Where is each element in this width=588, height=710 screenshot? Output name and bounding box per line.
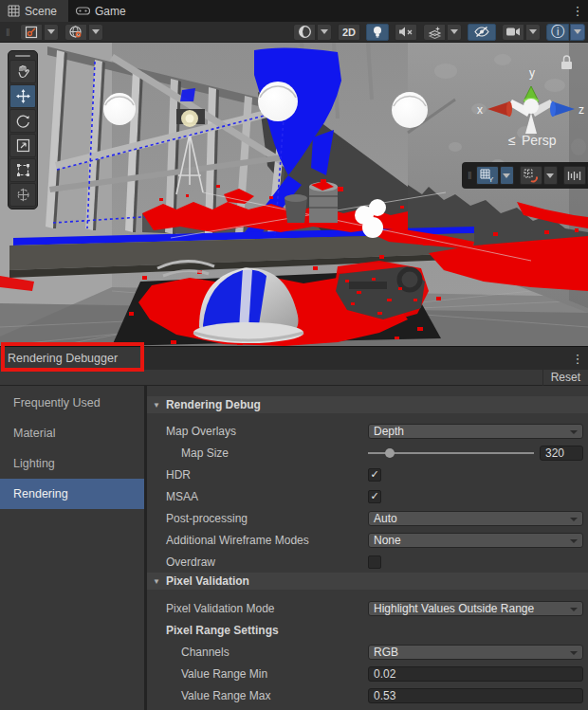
grid-axis-icon: Y: [480, 169, 494, 183]
scene-visibility-info-button[interactable]: ⓘ: [546, 24, 569, 41]
snap-toggle-dropdown[interactable]: [543, 166, 558, 185]
world-globe-dropdown[interactable]: [88, 24, 103, 41]
tabbar-spacer: [138, 0, 567, 22]
hand-tool-button[interactable]: [9, 60, 36, 83]
map-overlays-value: Depth: [374, 425, 404, 438]
audio-mute-toggle[interactable]: [395, 24, 417, 41]
hand-icon: [16, 64, 30, 79]
2d-toggle-button[interactable]: 2D: [338, 24, 360, 41]
rotate-icon: [16, 114, 30, 128]
render-probe-button[interactable]: [20, 24, 43, 41]
palette-drag-handle[interactable]: [15, 55, 30, 57]
sidebar-item-material[interactable]: Material: [0, 418, 144, 448]
pixel-range-settings-label: Pixel Range Settings: [147, 624, 368, 637]
chevron-down-icon: [574, 29, 581, 34]
wireframe-modes-label: Additional Wireframe Modes: [147, 534, 368, 547]
row-map-overlays: Map Overlays Depth: [147, 420, 588, 442]
toolbar-drag-handle[interactable]: ‖: [6, 27, 11, 38]
value-range-max-label: Value Range Max: [147, 689, 368, 702]
overdraw-label: Overdraw: [147, 555, 368, 569]
tab-game[interactable]: Game: [68, 0, 138, 22]
scene-visibility-info-dropdown[interactable]: [570, 24, 585, 41]
move-tool-button[interactable]: [9, 84, 36, 108]
shading-mode-button[interactable]: [293, 24, 316, 41]
snapbar-drag-handle[interactable]: ‖: [468, 170, 473, 181]
map-size-slider[interactable]: [368, 446, 534, 461]
msaa-checkbox[interactable]: ✓: [368, 490, 381, 503]
channels-label: Channels: [147, 646, 368, 659]
debugger-properties: ▼ Rendering Debug Map Overlays Depth Map…: [147, 386, 588, 710]
grid-visibility-button[interactable]: Y: [476, 166, 499, 185]
scale-icon: [16, 138, 30, 153]
tab-scene-label: Scene: [25, 5, 57, 18]
post-processing-dropdown[interactable]: Auto: [368, 511, 583, 526]
reset-button[interactable]: Reset: [542, 370, 588, 386]
tab-scene[interactable]: Scene: [0, 0, 68, 22]
rotate-tool-button[interactable]: [9, 109, 36, 133]
map-overlays-dropdown[interactable]: Depth: [368, 424, 583, 439]
rendering-debugger-tab[interactable]: Rendering Debugger: [0, 347, 142, 370]
wireframe-modes-dropdown[interactable]: None: [368, 533, 583, 548]
scene-menu-button[interactable]: ⋮: [567, 0, 588, 22]
scale-tool-button[interactable]: [9, 134, 36, 157]
persp-arrow: ≤: [508, 133, 516, 148]
row-value-range-max: Value Range Max 0.53: [147, 684, 588, 706]
hdr-checkbox[interactable]: ✓: [368, 468, 381, 482]
rect-icon: [16, 163, 30, 177]
sidebar-item-frequently-used[interactable]: Frequently Used: [0, 388, 144, 418]
snap-magnet-icon: [524, 169, 538, 183]
pixel-validation-mode-dropdown[interactable]: Highlight Values Outside Range: [368, 601, 583, 616]
increment-ruler-icon: [567, 170, 582, 182]
map-size-field[interactable]: 320: [540, 446, 583, 461]
chevron-down-icon: [570, 608, 578, 611]
tool-palette: [8, 50, 38, 209]
channels-value: RGB: [374, 646, 398, 659]
hidden-objects-toggle[interactable]: [468, 24, 496, 41]
persp-label[interactable]: Persp: [522, 133, 557, 148]
scene-grid-icon: [8, 5, 20, 17]
scene-render: y x z ≤ Persp: [0, 43, 588, 346]
overdraw-checkbox[interactable]: [368, 555, 381, 569]
channels-dropdown[interactable]: RGB: [368, 645, 583, 660]
shading-mode-dropdown[interactable]: [317, 24, 332, 41]
snap-increment-button[interactable]: [563, 166, 586, 185]
render-probe-dropdown[interactable]: [44, 24, 59, 41]
value-range-min-label: Value Range Min: [147, 667, 368, 681]
foldout-icon: ▼: [153, 577, 160, 586]
tab-game-label: Game: [95, 5, 126, 18]
chevron-down-icon: [529, 29, 537, 34]
slider-handle[interactable]: [385, 448, 395, 458]
debugger-menu-button[interactable]: ⋮: [567, 347, 588, 370]
hdr-label: HDR: [147, 468, 368, 482]
scene-viewport[interactable]: y x z ≤ Persp: [0, 43, 588, 346]
chevron-down-icon: [570, 651, 578, 655]
effects-dropdown[interactable]: [447, 24, 462, 41]
post-processing-label: Post-processing: [147, 512, 368, 525]
sidebar-item-rendering[interactable]: Rendering: [0, 479, 144, 509]
row-hdr: HDR ✓: [147, 464, 588, 485]
pixel-validation-mode-label: Pixel Validation Mode: [147, 602, 368, 615]
debugger-sidebar: Frequently Used Material Lighting Render…: [0, 386, 147, 710]
snap-toggle-button[interactable]: [520, 166, 542, 185]
value-range-max-field[interactable]: 0.53: [368, 688, 583, 703]
chevron-down-icon: [92, 29, 100, 34]
camera-settings-button[interactable]: [502, 24, 524, 41]
section-rendering-debug[interactable]: ▼ Rendering Debug: [147, 396, 588, 413]
section-pixel-validation[interactable]: ▼ Pixel Validation: [147, 573, 588, 590]
chevron-down-icon: [321, 29, 328, 34]
scene-lighting-toggle[interactable]: [366, 24, 389, 41]
chevron-down-icon: [570, 539, 578, 543]
barrel: [309, 181, 338, 223]
chevron-down-icon: [570, 430, 578, 434]
debugger-body: Frequently Used Material Lighting Render…: [0, 386, 588, 710]
row-channels: Channels RGB: [147, 641, 588, 663]
sidebar-item-lighting[interactable]: Lighting: [0, 448, 144, 479]
transform-tool-button[interactable]: [9, 183, 36, 207]
effects-toggle[interactable]: [423, 24, 446, 41]
camera-settings-dropdown[interactable]: [525, 24, 541, 41]
world-globe-button[interactable]: [64, 24, 87, 41]
value-range-min-field[interactable]: 0.02: [368, 666, 583, 682]
grid-visibility-dropdown[interactable]: [500, 166, 514, 185]
bucket: [285, 194, 307, 223]
rect-tool-button[interactable]: [9, 158, 36, 182]
